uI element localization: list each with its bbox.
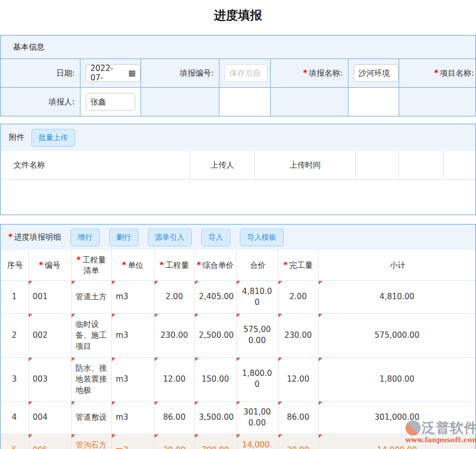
source-import-button[interactable]: 源单引入 xyxy=(148,229,192,246)
filler-label: 填报人: xyxy=(1,87,80,116)
cell-item[interactable]: 防水、接地装置接地极 xyxy=(71,357,111,401)
filler-cell xyxy=(80,87,141,116)
cell-unit[interactable]: m3 xyxy=(111,280,154,313)
cell-total_price[interactable]: 1,800.00 xyxy=(236,357,278,401)
cell-item[interactable]: 管道敷设 xyxy=(71,401,111,434)
col-uploader: 上传人 xyxy=(190,151,255,179)
editable-corner-icon xyxy=(29,358,33,362)
cell-unit_price[interactable]: 150.00 xyxy=(194,357,236,401)
cell-unit_price[interactable]: 2,500.00 xyxy=(194,313,236,357)
report-no-label: 填报编号: xyxy=(141,58,219,87)
editable-corner-icon xyxy=(155,358,159,362)
filler-input[interactable] xyxy=(86,93,135,111)
cell-code[interactable]: 004 xyxy=(28,401,71,434)
col-total-price: 合价 xyxy=(236,250,278,280)
editable-corner-icon xyxy=(112,281,116,285)
editable-corner-icon xyxy=(237,314,241,318)
empty-cell xyxy=(399,87,475,116)
delete-row-button[interactable]: 删行 xyxy=(109,229,138,246)
add-row-button[interactable]: 增行 xyxy=(71,229,100,246)
report-name-input[interactable] xyxy=(354,64,399,82)
cell-total_price[interactable]: 14,000.00 xyxy=(236,434,278,449)
calendar-icon[interactable]: ▦ xyxy=(129,69,136,77)
cell-unit[interactable]: m3 xyxy=(111,357,154,401)
attachments-section: 附件 批量上传 文件名称 上传人 上传时间 xyxy=(0,124,476,215)
cell-item[interactable]: 管道土方 xyxy=(71,280,111,313)
empty-cell xyxy=(348,87,399,116)
vendor-url: www.fanpusoft.com xyxy=(405,436,475,444)
col-quantity: *工程量 xyxy=(154,250,194,280)
table-row: 3003防水、接地装置接地极m312.00150.001,800.0012.00… xyxy=(1,357,475,401)
basic-info-section: 基本信息 日期: 2022-07- ▦ 填报编号: * 填报名称: * 项目名称… xyxy=(0,35,476,116)
detail-table-body: 1001管道土方m32.002,405.004,810.002.004,810.… xyxy=(1,280,475,449)
editable-corner-icon xyxy=(72,434,76,439)
cell-completed[interactable]: 86.00 xyxy=(278,401,318,434)
cell-total_price[interactable]: 4,810.00 xyxy=(236,280,278,313)
cell-completed[interactable]: 2.00 xyxy=(278,280,318,313)
cell-code[interactable]: 001 xyxy=(28,280,71,313)
editable-corner-icon xyxy=(195,358,199,362)
cell-item[interactable]: 管沟石方开挖 xyxy=(71,434,111,449)
cell-total_price[interactable]: 575,000.00 xyxy=(236,313,278,357)
cell-unit_price[interactable]: 700.00 xyxy=(194,434,236,449)
cell-subtotal[interactable]: 575,000.00 xyxy=(318,313,475,357)
cell-quantity[interactable]: 86.00 xyxy=(154,401,194,434)
editable-corner-icon xyxy=(278,281,283,285)
editable-corner-icon xyxy=(319,314,323,318)
cell-unit[interactable]: m3 xyxy=(111,401,154,434)
editable-corner-icon xyxy=(155,281,159,285)
editable-corner-icon xyxy=(319,401,323,406)
cell-code[interactable]: 003 xyxy=(28,357,71,401)
col-upload-time: 上传时间 xyxy=(255,151,356,179)
editable-corner-icon xyxy=(29,434,33,439)
editable-corner-icon xyxy=(195,314,199,318)
cell-subtotal[interactable]: 4,810.00 xyxy=(318,280,475,313)
editable-corner-icon xyxy=(278,358,283,362)
cell-code[interactable]: 002 xyxy=(28,313,71,357)
col-empty xyxy=(356,151,399,179)
cell-completed[interactable]: 20.00 xyxy=(278,434,318,449)
cell-quantity[interactable]: 230.00 xyxy=(154,313,194,357)
cell-quantity[interactable]: 12.00 xyxy=(154,357,194,401)
import-template-button[interactable]: 导入模板 xyxy=(240,229,284,246)
editable-corner-icon xyxy=(29,281,33,285)
cell-item[interactable]: 临时设备、施工项目 xyxy=(71,313,111,357)
date-input[interactable]: 2022-07- ▦ xyxy=(86,64,141,82)
detail-section-title: *进度填报明细 xyxy=(8,232,61,242)
batch-upload-button[interactable]: 批量上传 xyxy=(31,129,75,147)
editable-corner-icon xyxy=(237,358,241,362)
basic-info-header: 基本信息 xyxy=(1,36,475,58)
col-seq: 序号 xyxy=(1,250,28,280)
cell-quantity[interactable]: 2.00 xyxy=(154,280,194,313)
cell-completed[interactable]: 12.00 xyxy=(278,357,318,401)
editable-corner-icon xyxy=(237,401,241,406)
editable-corner-icon xyxy=(112,434,116,439)
detail-header-row: 序号 *编号 *工程量清单 *单位 *工程量 *综合单价 合价 *完工量 小计 xyxy=(1,250,475,280)
cell-code[interactable]: 005 xyxy=(28,434,71,449)
cell-unit[interactable]: m3 xyxy=(111,313,154,357)
attachments-empty-body xyxy=(1,180,475,215)
cell-seq: 2 xyxy=(1,313,28,357)
col-unit-price: *综合单价 xyxy=(194,250,236,280)
cell-total_price[interactable]: 301,000.00 xyxy=(236,401,278,434)
cell-unit[interactable]: m3 xyxy=(111,434,154,449)
cell-quantity[interactable]: 20.00 xyxy=(154,434,194,449)
cell-unit_price[interactable]: 3,500.00 xyxy=(194,401,236,434)
import-button[interactable]: 导入 xyxy=(201,229,230,246)
editable-corner-icon xyxy=(155,401,159,406)
cell-seq: 5 xyxy=(1,434,28,449)
editable-corner-icon xyxy=(237,434,241,439)
cell-completed[interactable]: 230.00 xyxy=(278,313,318,357)
col-completed: *完工量 xyxy=(278,250,318,280)
cell-unit_price[interactable]: 2,405.00 xyxy=(194,280,236,313)
project-name-label: * 项目名称: xyxy=(399,58,475,87)
editable-corner-icon xyxy=(195,434,199,439)
editable-corner-icon xyxy=(237,281,241,285)
basic-info-grid: 日期: 2022-07- ▦ 填报编号: * 填报名称: * 项目名称: 填报人… xyxy=(1,58,475,116)
editable-corner-icon xyxy=(112,401,116,406)
attachments-table-header: 文件名称 上传人 上传时间 xyxy=(1,151,475,180)
editable-corner-icon xyxy=(72,401,76,406)
empty-cell xyxy=(219,87,270,116)
editable-corner-icon xyxy=(278,314,283,318)
cell-subtotal[interactable]: 1,800.00 xyxy=(318,357,475,401)
